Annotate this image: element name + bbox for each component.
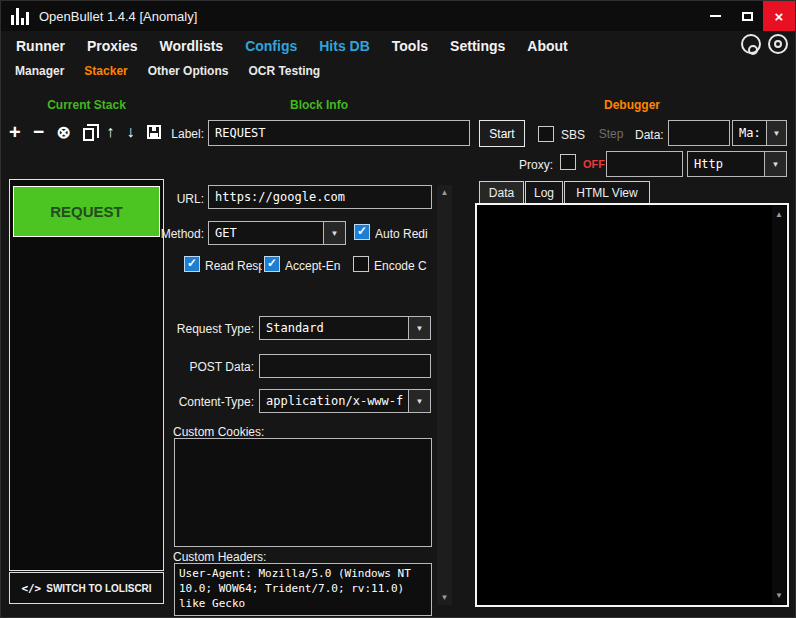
menu-hitsdb[interactable]: Hits DB [308, 38, 381, 54]
debugger-output: ▲ ▼ [475, 203, 789, 607]
titlebar: OpenBullet 1.4.4 [Anomaly] × [1, 1, 795, 31]
method-value: GET [209, 222, 323, 244]
window-title: OpenBullet 1.4.4 [Anomaly] [39, 9, 197, 24]
add-block-icon[interactable]: + [9, 121, 21, 144]
openbullet-window: OpenBullet 1.4.4 [Anomaly] × Runner Prox… [0, 0, 796, 618]
label-field-label: Label: [141, 127, 204, 141]
request-type-label: Request Type: [141, 322, 254, 336]
tab-html-view[interactable]: HTML View [564, 181, 650, 204]
tab-data[interactable]: Data [479, 181, 524, 204]
proxy-type-value: Http [688, 152, 764, 176]
scroll-down-icon[interactable]: ▼ [772, 591, 786, 600]
request-type-dropdown[interactable]: Standard ▼ [259, 316, 431, 340]
main-menu: Runner Proxies Wordlists Configs Hits DB… [5, 32, 579, 60]
content-type-label: Content-Type: [141, 395, 254, 409]
content-type-value: application/x-www-f [260, 390, 408, 412]
stack-block-request[interactable]: REQUEST [13, 186, 160, 237]
maximize-icon [742, 12, 753, 21]
caret-down-icon[interactable]: ▼ [408, 317, 430, 339]
proxy-type-dropdown[interactable]: Http ▼ [687, 151, 787, 177]
remove-block-icon[interactable]: − [33, 121, 44, 143]
menu-runner[interactable]: Runner [5, 38, 76, 54]
data-mode-value: Ma: [733, 121, 766, 145]
copy-icon [83, 128, 94, 141]
block-info-scrollbar[interactable]: ▲ ▼ [437, 185, 452, 605]
submenu-manager[interactable]: Manager [5, 64, 74, 78]
code-icon: </> [21, 582, 41, 595]
minimize-button[interactable] [699, 1, 731, 31]
switch-button-label: SWITCH TO LOLISCRI [46, 583, 151, 594]
proxy-off-status: OFF [583, 158, 605, 170]
scroll-down-icon[interactable]: ▼ [437, 593, 452, 602]
read-response-label: Read Resp [205, 259, 262, 273]
menu-proxies[interactable]: Proxies [76, 38, 149, 54]
minimize-icon [710, 15, 721, 17]
debugger-scrollbar[interactable]: ▲ ▼ [772, 206, 786, 604]
caret-down-icon[interactable]: ▼ [766, 121, 786, 145]
content-type-dropdown[interactable]: application/x-www-f ▼ [259, 389, 431, 413]
custom-cookies-label: Custom Cookies: [173, 425, 264, 439]
data-mode-dropdown[interactable]: Ma: ▼ [732, 120, 787, 146]
read-response-checkbox[interactable] [184, 256, 200, 272]
proxy-input[interactable] [606, 151, 683, 177]
accept-encoding-label: Accept-En [285, 259, 347, 273]
accept-encoding-checkbox[interactable] [264, 256, 280, 272]
caret-down-icon[interactable]: ▼ [323, 222, 345, 244]
menu-about[interactable]: About [516, 38, 578, 54]
switch-to-loliscript-button[interactable]: </> SWITCH TO LOLISCRI [9, 572, 164, 604]
scroll-up-icon[interactable]: ▲ [437, 188, 452, 197]
camera-icon[interactable] [768, 34, 788, 54]
stack-toolbar: + − ⊗ ↑ ↓ [9, 119, 161, 145]
method-dropdown[interactable]: GET ▼ [208, 221, 346, 245]
auto-redirect-checkbox[interactable] [354, 224, 370, 240]
submenu-stacker[interactable]: Stacker [74, 64, 137, 78]
move-up-icon[interactable]: ↑ [106, 123, 114, 141]
step-button[interactable]: Step [593, 121, 629, 147]
post-data-input[interactable] [259, 354, 431, 378]
maximize-button[interactable] [731, 1, 763, 31]
data-input[interactable] [668, 120, 730, 146]
submenu-other-options[interactable]: Other Options [138, 64, 239, 78]
tab-log[interactable]: Log [525, 181, 563, 204]
sbs-label: SBS [561, 128, 585, 142]
proxy-label: Proxy: [519, 158, 553, 172]
move-down-icon[interactable]: ↓ [127, 123, 135, 141]
clear-stack-icon[interactable]: ⊗ [56, 122, 70, 143]
custom-headers-label: Custom Headers: [173, 550, 266, 564]
menu-wordlists[interactable]: Wordlists [149, 38, 235, 54]
caret-down-icon[interactable]: ▼ [764, 152, 786, 176]
data-label: Data: [635, 128, 664, 142]
headset-icon[interactable] [741, 34, 761, 54]
encode-content-label: Encode C [374, 259, 432, 273]
menu-settings[interactable]: Settings [439, 38, 516, 54]
sbs-checkbox[interactable] [538, 126, 554, 142]
url-label: URL: [141, 192, 204, 206]
close-icon: × [775, 8, 784, 25]
app-logo-icon [11, 8, 29, 25]
duplicate-block-icon[interactable] [83, 124, 94, 141]
current-stack-title: Current Stack [9, 98, 164, 112]
configs-submenu: Manager Stacker Other Options OCR Testin… [5, 64, 330, 78]
submenu-ocr-testing[interactable]: OCR Testing [238, 64, 330, 78]
start-button[interactable]: Start [479, 120, 525, 147]
titlebar-icons [741, 34, 788, 54]
block-info-title: Block Info [187, 98, 451, 112]
close-button[interactable]: × [763, 1, 795, 31]
method-label: Method: [141, 227, 204, 241]
encode-content-checkbox[interactable] [353, 256, 369, 272]
scroll-up-icon[interactable]: ▲ [772, 210, 786, 219]
debugger-title: Debugger [475, 98, 789, 112]
caret-down-icon[interactable]: ▼ [408, 390, 430, 412]
url-input[interactable]: https://google.com [208, 185, 432, 209]
post-data-label: POST Data: [141, 360, 254, 374]
custom-headers-textarea[interactable]: User-Agent: Mozilla/5.0 (Windows NT 10.0… [174, 563, 432, 616]
menu-tools[interactable]: Tools [381, 38, 439, 54]
menu-configs[interactable]: Configs [234, 38, 308, 54]
custom-cookies-textarea[interactable] [174, 438, 432, 547]
label-field-input[interactable]: REQUEST [208, 120, 470, 146]
auto-redirect-label: Auto Redi [375, 227, 432, 241]
proxy-checkbox[interactable] [560, 154, 576, 170]
request-type-value: Standard [260, 317, 408, 339]
